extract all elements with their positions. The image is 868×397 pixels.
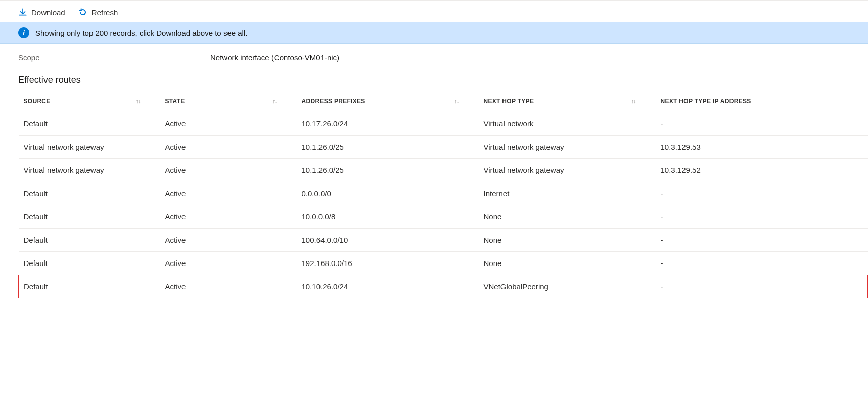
table-row[interactable]: DefaultActive192.168.0.0/16None- (19, 252, 868, 275)
column-header-address-prefixes-label: Address Prefixes (302, 98, 366, 105)
column-header-source-label: Source (24, 98, 51, 105)
cell-source: Default (19, 112, 160, 136)
column-header-state-label: State (165, 98, 185, 105)
table-row[interactable]: DefaultActive10.10.26.0/24VNetGlobalPeer… (19, 275, 868, 298)
scope-value: Network interface (Contoso-VM01-nic) (210, 53, 339, 62)
cell-next-hop-ip: - (656, 252, 868, 275)
routes-header-row: Source ↑↓ State ↑↓ Address Prefixes ↑↓ N… (19, 91, 868, 112)
cell-source: Virtual network gateway (19, 136, 160, 159)
scope-label: Scope (18, 53, 210, 62)
column-header-next-hop-ip[interactable]: Next Hop Type IP Address (656, 91, 868, 112)
sort-icon: ↑↓ (454, 98, 459, 105)
table-row[interactable]: Virtual network gatewayActive10.1.26.0/2… (19, 136, 868, 159)
cell-source: Default (19, 205, 160, 229)
table-row[interactable]: DefaultActive10.0.0.0/8None- (19, 205, 868, 229)
download-button-label: Download (31, 8, 65, 17)
section-title: Effective routes (0, 64, 868, 91)
cell-next-hop-ip: - (656, 229, 868, 252)
refresh-icon (78, 8, 87, 17)
cell-state: Active (160, 182, 297, 205)
sort-icon: ↑↓ (272, 98, 277, 105)
cell-next-hop-ip: - (656, 205, 868, 229)
cell-source: Default (19, 275, 160, 298)
cell-next-hop-ip: - (656, 112, 868, 136)
cell-next-hop-type: VNetGlobalPeering (479, 275, 656, 298)
cell-state: Active (160, 229, 297, 252)
column-header-state[interactable]: State ↑↓ (160, 91, 297, 112)
download-button[interactable]: Download (18, 8, 65, 17)
column-header-next-hop-type-label: Next Hop Type (484, 98, 534, 105)
cell-source: Default (19, 252, 160, 275)
sort-icon: ↑↓ (136, 98, 140, 105)
cell-state: Active (160, 205, 297, 229)
cell-next-hop-ip: 10.3.129.53 (656, 136, 868, 159)
table-row[interactable]: DefaultActive0.0.0.0/0Internet- (19, 182, 868, 205)
routes-table: Source ↑↓ State ↑↓ Address Prefixes ↑↓ N… (18, 91, 868, 298)
cell-prefix: 10.17.26.0/24 (297, 112, 479, 136)
cell-prefix: 10.10.26.0/24 (297, 275, 479, 298)
scope-row: Scope Network interface (Contoso-VM01-ni… (0, 44, 868, 64)
column-header-address-prefixes[interactable]: Address Prefixes ↑↓ (297, 91, 479, 112)
cell-source: Virtual network gateway (19, 159, 160, 182)
cell-next-hop-type: None (479, 252, 656, 275)
cell-state: Active (160, 275, 297, 298)
table-row[interactable]: Virtual network gatewayActive10.1.26.0/2… (19, 159, 868, 182)
refresh-button[interactable]: Refresh (78, 8, 118, 17)
cell-prefix: 100.64.0.0/10 (297, 229, 479, 252)
column-header-next-hop-type[interactable]: Next Hop Type ↑↓ (479, 91, 656, 112)
cell-source: Default (19, 229, 160, 252)
cell-prefix: 10.0.0.0/8 (297, 205, 479, 229)
table-row[interactable]: DefaultActive10.17.26.0/24Virtual networ… (19, 112, 868, 136)
column-header-source[interactable]: Source ↑↓ (19, 91, 160, 112)
cell-prefix: 192.168.0.0/16 (297, 252, 479, 275)
cell-prefix: 10.1.26.0/25 (297, 159, 479, 182)
toolbar: Download Refresh (0, 8, 868, 22)
cell-next-hop-type: None (479, 229, 656, 252)
info-icon: i (18, 27, 29, 38)
cell-next-hop-ip: 10.3.129.52 (656, 159, 868, 182)
cell-state: Active (160, 252, 297, 275)
refresh-button-label: Refresh (92, 8, 118, 17)
cell-next-hop-type: Virtual network gateway (479, 159, 656, 182)
sort-icon: ↑↓ (631, 98, 635, 105)
info-banner-text: Showing only top 200 records, click Down… (35, 29, 247, 37)
cell-state: Active (160, 112, 297, 136)
cell-prefix: 0.0.0.0/0 (297, 182, 479, 205)
cell-next-hop-ip: - (656, 275, 868, 298)
cell-next-hop-type: Internet (479, 182, 656, 205)
cell-next-hop-ip: - (656, 182, 868, 205)
cell-prefix: 10.1.26.0/25 (297, 136, 479, 159)
cell-next-hop-type: Virtual network (479, 112, 656, 136)
cell-state: Active (160, 159, 297, 182)
table-row[interactable]: DefaultActive100.64.0.0/10None- (19, 229, 868, 252)
download-icon (18, 8, 27, 17)
column-header-next-hop-ip-label: Next Hop Type IP Address (661, 98, 751, 105)
info-banner: i Showing only top 200 records, click Do… (0, 22, 868, 44)
cell-next-hop-type: None (479, 205, 656, 229)
cell-next-hop-type: Virtual network gateway (479, 136, 656, 159)
cell-state: Active (160, 136, 297, 159)
cell-source: Default (19, 182, 160, 205)
